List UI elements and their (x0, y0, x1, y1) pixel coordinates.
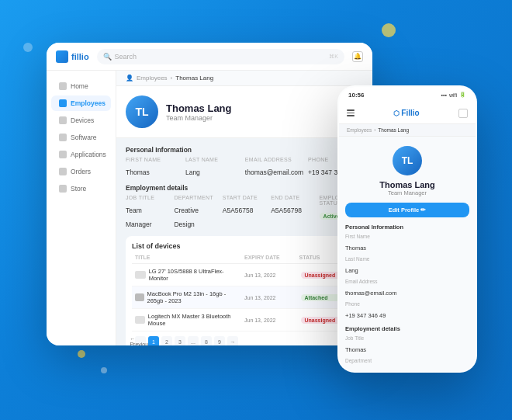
mobile-field-dept: Department Lang (345, 358, 469, 371)
field-department-value: Creative Design (174, 207, 199, 228)
breadcrumb-parent: Employees (137, 75, 168, 82)
field-email-value: thomas@email.com (245, 168, 303, 176)
mobile-breadcrumb-parent: Employees (347, 127, 372, 133)
mobile-nav: ⬡Fillio (339, 102, 476, 124)
software-icon (59, 134, 67, 141)
mobile-bell-button[interactable] (458, 109, 468, 118)
device-expiry-2: Jun 13, 2022 (244, 318, 298, 323)
sidebar-label-home: Home (71, 82, 88, 90)
devices-icon (59, 116, 67, 124)
prev-page-button[interactable]: ← Previous (135, 336, 146, 345)
sidebar-item-store[interactable]: Store (51, 181, 111, 196)
search-shortcut: ⌘K (329, 54, 338, 60)
sidebar-item-devices[interactable]: Devices (51, 113, 111, 128)
sidebar-label-store: Store (71, 185, 86, 193)
field-last-name-value: Lang (185, 168, 200, 176)
mobile-breadcrumb-current: Thomas Lang (378, 127, 409, 133)
mobile-card: 10:56 ▪▪▪ wifi 🔋 ⬡Fillio Employees › Tho… (337, 85, 477, 373)
mobile-logo: ⬡Fillio (393, 109, 419, 117)
mobile-avatar: TL (393, 146, 422, 175)
wifi-icon: wifi (449, 92, 457, 98)
field-end-date: END DATE A5A56798 (271, 195, 314, 230)
sidebar-item-employees[interactable]: Employees (51, 95, 111, 111)
logo-text: fillio (71, 52, 89, 61)
info-scroll: Personal Information FIRST NAME Thomas L… (116, 138, 372, 345)
page-9-button[interactable]: 9 (214, 336, 225, 345)
mobile-label-dept: Department (345, 358, 469, 363)
applications-icon (59, 151, 67, 158)
decorative-dot-2 (382, 23, 396, 37)
mobile-employment-section: Employment details Job Title Thomas Depa… (345, 325, 469, 371)
page-1-button[interactable]: 1 (148, 336, 159, 345)
hamburger-line-2 (347, 113, 355, 114)
field-job-title-label: JOB TITLE (126, 195, 169, 200)
sidebar-label-devices: Devices (71, 116, 94, 124)
devices-header: TITLE EXPIRY DATE STATUS (132, 255, 357, 264)
page-2-button[interactable]: 2 (161, 336, 172, 345)
mobile-field-email: Email Address thomas@email.com (345, 279, 469, 298)
mobile-value-first-name: Thomas (345, 245, 366, 252)
mobile-profile-name: Thomas Lang (345, 180, 469, 189)
mobile-time: 10:56 (348, 92, 364, 99)
field-first-name-label: FIRST NAME (126, 157, 181, 162)
sidebar-label-orders: Orders (71, 168, 91, 175)
personal-info-title: Personal Information (126, 146, 363, 154)
home-icon (59, 82, 67, 90)
mobile-content: TL Thomas Lang Team Manager Edit Profile… (339, 137, 476, 371)
mobile-field-last-name: Last Name Lang (345, 256, 469, 276)
mobile-field-phone: Phone +19 347 346 49 (345, 301, 469, 321)
mobile-label-last-name: Last Name (345, 256, 469, 262)
device-name-2: Logitech MX Master 3 Bluetooth Mouse (148, 313, 241, 327)
breadcrumb-separator: › (171, 75, 173, 82)
search-placeholder: Search (115, 53, 137, 61)
logo: fillio (56, 50, 89, 63)
search-bar[interactable]: 🔍 Search ⌘K (97, 49, 344, 64)
col-expiry: EXPIRY DATE (244, 255, 299, 260)
device-name-cell: Logitech MX Master 3 Bluetooth Mouse (135, 313, 241, 327)
signal-icon: ▪▪▪ (441, 92, 446, 98)
store-icon (59, 185, 67, 193)
mobile-field-first-name: First Name Thomas (345, 234, 469, 253)
table-row: MacBook Pro M2 13in - 16gb - 265gb - 202… (132, 286, 357, 309)
table-row: Logitech MX Master 3 Bluetooth Mouse Jun… (132, 309, 357, 331)
personal-info-grid: FIRST NAME Thomas LAST NAME Lang EMAIL A… (126, 157, 363, 178)
edit-profile-button[interactable]: Edit Profile ✏ (345, 203, 469, 217)
content-area: 👤 Employees › Thomas Lang TL Thomas Lang… (116, 71, 372, 345)
field-start-date-label: START DATE (223, 195, 266, 200)
page-8-button[interactable]: 8 (201, 336, 212, 345)
hamburger-line-1 (347, 109, 355, 111)
battery-icon: 🔋 (459, 92, 466, 98)
device-expiry-1: Jun 13, 2022 (244, 295, 298, 300)
field-job-title-value: Team Manager (126, 207, 152, 228)
page-3-button[interactable]: 3 (175, 336, 185, 345)
field-email-label: EMAIL ADDRESS (245, 157, 303, 162)
sidebar-item-home[interactable]: Home (51, 78, 111, 94)
top-bar: fillio 🔍 Search ⌘K 🔔 (47, 43, 372, 71)
devices-title: List of devices (132, 242, 357, 250)
sidebar-item-applications[interactable]: Applications (51, 147, 111, 162)
employees-icon (59, 99, 67, 107)
mobile-label-email: Email Address (345, 279, 469, 284)
decorative-dot-4 (101, 367, 107, 373)
field-end-date-label: END DATE (271, 195, 314, 200)
device-name-cell: LG 27' 10S/5888 8 UltraFlex-Monitor (135, 268, 241, 282)
mobile-value-job: Thomas (345, 346, 366, 353)
personal-info-section: Personal Information FIRST NAME Thomas L… (126, 146, 363, 178)
mobile-avatar-initials: TL (402, 155, 413, 166)
bell-icon[interactable]: 🔔 (352, 51, 363, 62)
breadcrumb-person-icon: 👤 (126, 75, 133, 82)
profile-header: TL Thomas Lang Team Manager (116, 86, 372, 138)
sidebar-item-orders[interactable]: Orders (51, 164, 111, 179)
field-department-label: DEPARTMENT (174, 195, 217, 200)
hamburger-menu-button[interactable] (347, 109, 355, 116)
sidebar-item-software[interactable]: Software (51, 130, 111, 145)
next-page-button[interactable]: → (227, 336, 238, 345)
mobile-value-last-name: Lang (345, 267, 358, 274)
orders-icon (59, 168, 67, 175)
mobile-label-phone: Phone (345, 301, 469, 307)
mobile-field-job: Job Title Thomas (345, 335, 469, 355)
mobile-status-bar: 10:56 ▪▪▪ wifi 🔋 (339, 87, 476, 102)
field-department: DEPARTMENT Creative Design (174, 195, 217, 230)
mobile-value-phone: +19 347 346 49 (345, 312, 386, 319)
table-row: LG 27' 10S/5888 8 UltraFlex-Monitor Jun … (132, 264, 357, 286)
